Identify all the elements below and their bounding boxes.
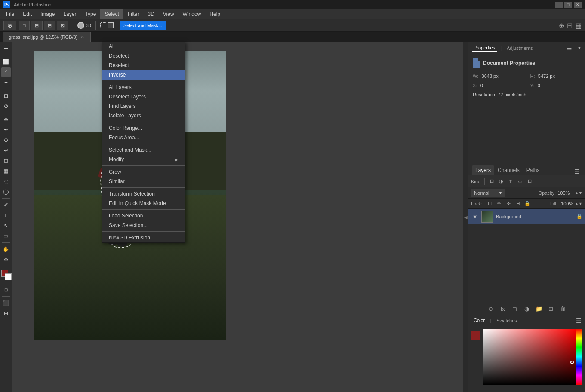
tab-paths[interactable]: Paths bbox=[523, 165, 543, 175]
tool-preset-btn[interactable]: ⊕ bbox=[3, 21, 16, 30]
subtract-selection-btn[interactable]: ⊟ bbox=[44, 21, 55, 30]
lock-artboard-btn[interactable]: ⊞ bbox=[514, 200, 522, 208]
tab-layers[interactable]: Layers bbox=[472, 165, 494, 175]
lock-position-btn[interactable]: ✛ bbox=[505, 200, 512, 208]
color-swatches[interactable] bbox=[1, 270, 11, 281]
shape-tool[interactable]: ▭ bbox=[1, 231, 11, 241]
layer-visibility-icon[interactable]: 👁 bbox=[471, 213, 479, 220]
canvas-area[interactable]: All Deselect Reselect Inverse All Layers… bbox=[12, 42, 463, 392]
color-gradient-area[interactable] bbox=[483, 329, 582, 385]
blend-mode-dropdown[interactable]: Normal ▼ bbox=[471, 189, 505, 197]
kind-smart-btn[interactable]: ⊞ bbox=[526, 178, 533, 185]
blur-tool[interactable]: ◌ bbox=[1, 177, 11, 186]
brush-tool[interactable]: ✒ bbox=[1, 125, 11, 135]
new-layer-btn[interactable]: ⊞ bbox=[547, 305, 555, 313]
tab-adjustments[interactable]: Adjustments bbox=[505, 45, 535, 52]
add-selection-btn[interactable]: ⊞ bbox=[31, 21, 43, 30]
menu-item-inverse[interactable]: Inverse bbox=[102, 70, 185, 80]
eraser-tool[interactable]: ◻ bbox=[1, 156, 11, 165]
quick-mask-btn[interactable]: ⊡ bbox=[1, 285, 11, 294]
layers-menu-btn[interactable]: ☰ bbox=[573, 168, 582, 175]
lock-all-btn[interactable]: 🔒 bbox=[523, 200, 531, 208]
path-select-tool[interactable]: ↖ bbox=[1, 221, 11, 230]
menu-window[interactable]: Window bbox=[179, 9, 206, 19]
menu-view[interactable]: View bbox=[159, 9, 179, 19]
menu-item-color-range[interactable]: Color Range... bbox=[102, 123, 185, 133]
tab-swatches[interactable]: Swatches bbox=[495, 317, 519, 324]
arrange-btn[interactable]: ⊞ bbox=[1, 309, 11, 318]
intersect-selection-btn[interactable]: ⊠ bbox=[57, 21, 68, 30]
menu-item-quick-mask[interactable]: Edit in Quick Mask Mode bbox=[102, 199, 185, 208]
new-fill-btn[interactable]: ◑ bbox=[523, 305, 531, 313]
menu-item-deselect-layers[interactable]: Deselect Layers bbox=[102, 92, 185, 101]
menu-item-3d-extrusion[interactable]: New 3D Extrusion bbox=[102, 233, 185, 242]
kind-text-btn[interactable]: T bbox=[507, 178, 514, 185]
text-tool[interactable]: T bbox=[1, 211, 11, 220]
menu-item-find-layers[interactable]: Find Layers bbox=[102, 101, 185, 111]
properties-collapse-btn[interactable]: ▼ bbox=[577, 46, 582, 50]
search-btn[interactable]: ⊕ bbox=[559, 21, 564, 30]
lasso-tool[interactable]: ◜ bbox=[1, 67, 11, 77]
add-style-btn[interactable]: fx bbox=[499, 305, 507, 313]
screen-mode-btn[interactable]: ⬛ bbox=[1, 298, 11, 308]
workspace-btn[interactable]: ▦ bbox=[575, 21, 582, 30]
kind-adjust-btn[interactable]: ◑ bbox=[497, 178, 505, 185]
close-button[interactable]: ✕ bbox=[574, 2, 582, 8]
magic-wand-tool[interactable]: ✦ bbox=[1, 78, 11, 87]
menu-item-focus-area[interactable]: Focus Area... bbox=[102, 133, 185, 142]
pen-tool[interactable]: ✐ bbox=[1, 200, 11, 210]
fill-stepper[interactable]: ▲▼ bbox=[575, 202, 582, 206]
new-selection-btn[interactable]: □ bbox=[19, 21, 30, 30]
menu-select[interactable]: Select bbox=[100, 9, 123, 19]
kind-pixel-btn[interactable]: ⊡ bbox=[488, 178, 496, 185]
right-collapse-btn[interactable]: ◀ bbox=[464, 215, 468, 220]
dodge-tool[interactable]: ◯ bbox=[1, 187, 11, 196]
menu-file[interactable]: File bbox=[2, 9, 18, 19]
hue-bar[interactable] bbox=[576, 329, 582, 385]
opacity-stepper[interactable]: ▲▼ bbox=[575, 191, 582, 195]
lock-image-btn[interactable]: ✏ bbox=[495, 200, 503, 208]
clone-tool[interactable]: ⊙ bbox=[1, 135, 11, 145]
active-color-swatch[interactable] bbox=[471, 331, 480, 340]
add-mask-btn[interactable]: ◻ bbox=[511, 305, 519, 313]
history-brush-tool[interactable]: ↩ bbox=[1, 146, 11, 155]
menu-item-transform-selection[interactable]: Transform Selection bbox=[102, 189, 185, 199]
new-group-btn[interactable]: 📁 bbox=[535, 305, 543, 313]
tab-channels[interactable]: Channels bbox=[494, 165, 523, 175]
layout-btn[interactable]: ⊞ bbox=[567, 21, 573, 30]
menu-item-select-mask[interactable]: Select and Mask... bbox=[102, 145, 185, 155]
menu-item-reselect[interactable]: Reselect bbox=[102, 61, 185, 70]
zoom-tool[interactable]: ⊕ bbox=[1, 255, 11, 264]
menu-filter[interactable]: Filter bbox=[123, 9, 144, 19]
link-layers-btn[interactable]: ⊙ bbox=[486, 305, 495, 313]
menu-help[interactable]: Help bbox=[205, 9, 225, 19]
document-tab[interactable]: grass land.jpg @ 12.5% (RGB/8) ✕ bbox=[3, 32, 91, 42]
minimize-button[interactable]: – bbox=[555, 2, 563, 8]
tab-color[interactable]: Color bbox=[472, 317, 486, 324]
select-mask-btn[interactable]: Select and Mask... bbox=[120, 21, 166, 30]
menu-image[interactable]: Image bbox=[36, 9, 59, 19]
menu-item-all[interactable]: All bbox=[102, 42, 185, 51]
color-menu-btn[interactable]: ☰ bbox=[576, 317, 582, 324]
menu-item-deselect[interactable]: Deselect bbox=[102, 51, 185, 61]
menu-3d[interactable]: 3D bbox=[143, 9, 158, 19]
menu-item-similar[interactable]: Similar bbox=[102, 177, 185, 186]
menu-type[interactable]: Type bbox=[80, 9, 100, 19]
menu-item-grow[interactable]: Grow bbox=[102, 167, 185, 177]
spot-heal-tool[interactable]: ⊕ bbox=[1, 115, 11, 124]
lock-transparent-btn[interactable]: ⊡ bbox=[486, 200, 493, 208]
hand-tool[interactable]: ✋ bbox=[1, 245, 11, 254]
menu-item-isolate-layers[interactable]: Isolate Layers bbox=[102, 111, 185, 120]
tab-properties[interactable]: Properties bbox=[472, 44, 497, 52]
menu-item-load-selection[interactable]: Load Selection... bbox=[102, 211, 185, 220]
properties-menu-btn[interactable]: ☰ bbox=[567, 45, 572, 52]
gradient-tool[interactable]: ▦ bbox=[1, 166, 11, 176]
menu-layer[interactable]: Layer bbox=[59, 9, 80, 19]
menu-item-modify[interactable]: Modify ▶ bbox=[102, 155, 185, 164]
crop-tool[interactable]: ⊡ bbox=[1, 91, 11, 101]
rect-select-tool[interactable]: ⬜ bbox=[1, 57, 11, 67]
menu-item-save-selection[interactable]: Save Selection... bbox=[102, 220, 185, 230]
delete-layer-btn[interactable]: 🗑 bbox=[559, 305, 567, 313]
move-tool[interactable]: ✛ bbox=[1, 44, 11, 53]
layer-item-background[interactable]: 👁 Background 🔒 bbox=[468, 209, 585, 224]
